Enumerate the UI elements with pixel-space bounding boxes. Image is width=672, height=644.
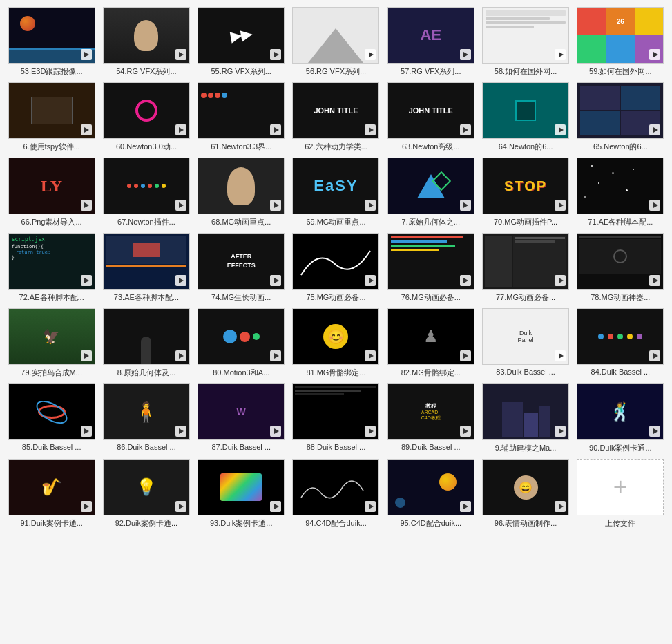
video-item-95[interactable]: 95.C4D配合duik... bbox=[386, 459, 475, 529]
video-item-79[interactable]: 🦅 79.实拍鸟合成M... bbox=[7, 308, 96, 378]
video-item-83[interactable]: DuikPanel 83.Duik Bassel ... bbox=[481, 308, 570, 378]
play-button-62[interactable] bbox=[365, 124, 376, 135]
play-button-85[interactable] bbox=[81, 426, 92, 437]
video-item-60[interactable]: 60.Newton3.0动... bbox=[102, 82, 191, 152]
video-item-78[interactable]: 78.MG动画神器... bbox=[576, 233, 665, 303]
play-button-56[interactable] bbox=[365, 49, 376, 60]
video-item-61[interactable]: 61.Newton3.3界... bbox=[197, 82, 286, 152]
play-button-64[interactable] bbox=[555, 124, 566, 135]
video-item-63[interactable]: JOHN TITLE 63.Newton高级... bbox=[386, 82, 475, 152]
video-item-91[interactable]: 🎷 91.Duik案例卡通... bbox=[7, 459, 96, 529]
play-button-67[interactable] bbox=[175, 200, 186, 211]
play-button-90[interactable] bbox=[649, 426, 660, 437]
play-button-88[interactable] bbox=[365, 426, 376, 437]
video-item-55[interactable]: ▶▶ 55.RG VFX系列... bbox=[197, 7, 286, 77]
video-item-58[interactable]: 58.如何在国外网... bbox=[481, 7, 570, 77]
play-button-66[interactable] bbox=[81, 200, 92, 211]
play-button-82[interactable] bbox=[460, 350, 471, 361]
play-button-65[interactable] bbox=[649, 124, 660, 135]
play-button-69[interactable] bbox=[365, 200, 376, 211]
play-button-55[interactable] bbox=[270, 49, 281, 60]
video-item-54[interactable]: 54.RG VFX系列... bbox=[102, 7, 191, 77]
play-button-63[interactable] bbox=[460, 124, 471, 135]
play-button-72[interactable] bbox=[81, 275, 92, 286]
video-item-8[interactable]: 8.原始几何体及... bbox=[102, 308, 191, 378]
video-item-72[interactable]: script.jsx function(){ return true; } 72… bbox=[7, 233, 96, 303]
play-button-78[interactable] bbox=[649, 275, 660, 286]
play-button-91[interactable] bbox=[81, 501, 92, 512]
video-item-6[interactable]: 6.使用fspy软件... bbox=[7, 82, 96, 152]
video-item-77[interactable]: 77.MG动画必备... bbox=[481, 233, 570, 303]
play-button-84[interactable] bbox=[649, 350, 660, 361]
play-button-6[interactable] bbox=[81, 124, 92, 135]
play-button-75[interactable] bbox=[365, 275, 376, 286]
video-item-65[interactable]: 65.Newton的6... bbox=[576, 82, 665, 152]
thumbnail-83: DuikPanel bbox=[482, 308, 569, 365]
video-item-84[interactable]: 84.Duik Bassel ... bbox=[576, 308, 665, 378]
video-item-71[interactable]: 71.AE各种脚本配... bbox=[576, 158, 665, 227]
play-button-70[interactable] bbox=[555, 200, 566, 211]
video-item-75[interactable]: 75.MG动画必备... bbox=[291, 233, 381, 303]
play-button-60[interactable] bbox=[175, 124, 186, 135]
play-button-93[interactable] bbox=[270, 501, 281, 512]
play-button-73[interactable] bbox=[175, 275, 186, 286]
video-item-73[interactable]: 73.AE各种脚本配... bbox=[102, 233, 191, 303]
play-button-80[interactable] bbox=[270, 350, 281, 361]
play-button-9[interactable] bbox=[555, 426, 566, 437]
play-button-96[interactable] bbox=[555, 501, 566, 512]
play-button-81[interactable] bbox=[365, 350, 376, 361]
video-item-69[interactable]: EaSY 69.MG动画重点... bbox=[291, 158, 381, 227]
video-item-56[interactable]: 56.RG VFX系列... bbox=[291, 7, 381, 77]
video-item-57[interactable]: AE 57.RG VFX系列... bbox=[386, 7, 475, 77]
play-button-8[interactable] bbox=[175, 350, 186, 361]
video-item-70[interactable]: STOP 70.MG动画插件P... bbox=[481, 158, 570, 227]
play-button-53[interactable] bbox=[81, 49, 92, 60]
video-item-9[interactable]: 9.辅助建模之Ma... bbox=[481, 383, 570, 453]
video-item-87[interactable]: W 87.Duik Bassel ... bbox=[197, 383, 286, 453]
video-item-92[interactable]: 💡 92.Duik案例卡通... bbox=[102, 459, 191, 529]
video-item-53[interactable]: 53.E3D跟踪报像... bbox=[7, 7, 96, 77]
video-item-80[interactable]: 80.Motion3和A... bbox=[197, 308, 286, 378]
play-button-92[interactable] bbox=[175, 501, 186, 512]
play-button-68[interactable] bbox=[270, 200, 281, 211]
play-button-83[interactable] bbox=[555, 350, 566, 361]
video-item-upload[interactable]: + 上传文件 bbox=[576, 459, 665, 529]
video-item-90[interactable]: 🕺 90.Duik案例卡通... bbox=[576, 383, 665, 453]
play-button-57[interactable] bbox=[460, 49, 471, 60]
play-button-61[interactable] bbox=[270, 124, 281, 135]
video-item-59[interactable]: 26 59.如何在国外网... bbox=[576, 7, 665, 77]
video-item-74[interactable]: AFTEREFFECTS 74.MG生长动画... bbox=[197, 233, 286, 303]
video-item-76[interactable]: 76.MG动画必备... bbox=[386, 233, 475, 303]
play-button-58[interactable] bbox=[555, 49, 566, 60]
video-item-62[interactable]: JOHN TITLE 62.六种动力学类... bbox=[291, 82, 381, 152]
play-button-79[interactable] bbox=[81, 350, 92, 361]
video-item-67[interactable]: 67.Newton插件... bbox=[102, 158, 191, 227]
video-item-85[interactable]: 85.Duik Bassel ... bbox=[7, 383, 96, 453]
video-item-88[interactable]: 88.Duik Bassel ... bbox=[291, 383, 381, 453]
video-item-94[interactable]: 94.C4D配合duik... bbox=[291, 459, 381, 529]
video-item-86[interactable]: 🧍 86.Duik Bassel ... bbox=[102, 383, 191, 453]
play-button-94[interactable] bbox=[365, 501, 376, 512]
video-item-81[interactable]: 😊 81.MG骨骼绑定... bbox=[291, 308, 381, 378]
play-button-74[interactable] bbox=[270, 275, 281, 286]
video-item-93[interactable]: 93.Duik案例卡通... bbox=[197, 459, 286, 529]
play-button-76[interactable] bbox=[460, 275, 471, 286]
video-title-59: 59.如何在国外网... bbox=[577, 66, 664, 77]
play-button-54[interactable] bbox=[175, 49, 186, 60]
play-button-89[interactable] bbox=[460, 426, 471, 437]
play-button-77[interactable] bbox=[555, 275, 566, 286]
play-button-7[interactable] bbox=[460, 200, 471, 211]
video-item-64[interactable]: 64.Newton的6... bbox=[481, 82, 570, 152]
play-button-71[interactable] bbox=[649, 200, 660, 211]
play-button-59[interactable] bbox=[649, 49, 660, 60]
play-button-87[interactable] bbox=[270, 426, 281, 437]
video-item-96[interactable]: 😄 96.表情动画制作... bbox=[481, 459, 570, 529]
video-item-7[interactable]: 7.原始几何体之... bbox=[386, 158, 475, 227]
play-button-86[interactable] bbox=[175, 426, 186, 437]
video-item-68[interactable]: 68.MG动画重点... bbox=[197, 158, 286, 227]
play-button-95[interactable] bbox=[460, 501, 471, 512]
video-item-66[interactable]: LY 66.Png素材导入... bbox=[7, 158, 96, 227]
video-item-89[interactable]: 教程 ARCADC4D教程 89.Duik Bassel ... bbox=[386, 383, 475, 453]
video-title-6: 6.使用fspy软件... bbox=[8, 142, 95, 152]
video-item-82[interactable]: ♟ 82.MG骨骼绑定... bbox=[386, 308, 475, 378]
